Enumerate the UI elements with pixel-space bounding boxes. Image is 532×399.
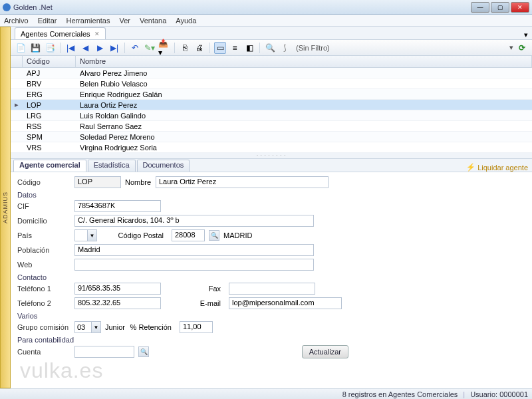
view-form-icon[interactable]: ▭ [214, 42, 226, 54]
save-all-icon[interactable]: 📑 [44, 42, 56, 54]
cell-codigo: SPM [23, 133, 76, 141]
view-list-icon[interactable]: ≡ [229, 42, 241, 54]
lightning-icon: ⚡ [466, 163, 475, 172]
cell-nombre: Belen Rubio Velasco [76, 80, 532, 88]
pais-combo[interactable]: ▼ [74, 229, 97, 241]
grupo-combo[interactable]: 03▼ [74, 321, 101, 333]
tab-documentos[interactable]: Documentos [137, 160, 190, 172]
cell-nombre: Luis Roldan Galindo [76, 112, 532, 120]
cell-codigo: VRS [23, 144, 76, 152]
tel2-field[interactable]: 805.32.32.65 [74, 297, 161, 309]
tel1-field[interactable]: 91/658.35.35 [74, 283, 161, 295]
new-icon[interactable]: 📄 [15, 42, 27, 54]
filter-icon[interactable]: ⟆ [279, 42, 291, 54]
doc-tab-agentes[interactable]: Agentes Comerciales ✕ [15, 27, 106, 39]
cp-field[interactable]: 28008 [172, 229, 205, 241]
grid-body: APJAlvaro Perez JimenoBRVBelen Rubio Vel… [11, 68, 532, 153]
close-tab-icon[interactable]: ✕ [94, 31, 100, 37]
agente-form: Código LOP Nombre Laura Ortiz Perez Dato… [11, 172, 532, 388]
liquidar-agente-link[interactable]: ⚡ Liquidar agente [466, 163, 528, 172]
cp-lookup-icon[interactable]: 🔍 [209, 230, 219, 241]
actualizar-button[interactable]: Actualizar [302, 345, 348, 358]
filter-label[interactable]: (Sin Filtro) [296, 44, 330, 52]
table-row[interactable]: BRVBelen Rubio Velasco [11, 78, 532, 89]
cell-nombre: Alvaro Perez Jimeno [76, 69, 532, 77]
cell-codigo: BRV [23, 80, 76, 88]
tab-agente-comercial[interactable]: Agente comercial [13, 160, 86, 172]
grid-header-codigo[interactable]: Código [23, 56, 76, 67]
brush-icon[interactable]: ✎▾ [144, 42, 156, 54]
label-cif: CIF [17, 202, 70, 210]
maximize-button[interactable]: ▢ [491, 2, 509, 13]
menu-ayuda[interactable]: Ayuda [176, 17, 196, 25]
email-field[interactable]: lop@mipersonalmail.com [229, 297, 342, 309]
table-row[interactable]: APJAlvaro Perez Jimeno [11, 68, 532, 78]
cell-codigo: LRG [23, 112, 76, 120]
tab-overflow-icon[interactable]: ▾ [520, 31, 532, 39]
search-icon[interactable]: 🔍 [264, 42, 276, 54]
undo-icon[interactable]: ↶ [129, 42, 141, 54]
filter-dropdown-icon[interactable]: ▾ [509, 43, 513, 52]
table-row[interactable]: RSSRaul Serrano Saez [11, 121, 532, 132]
splitter[interactable]: · · · · · · · · [11, 153, 532, 158]
domicilio-field[interactable]: C/. General Ricardos, 104. 3º b [74, 215, 314, 227]
fax-field[interactable] [229, 283, 315, 295]
retencion-field[interactable]: 11,00 [180, 321, 213, 333]
cell-codigo: LOP [23, 101, 76, 109]
group-contacto: Contacto [17, 273, 525, 281]
cell-codigo: RSS [23, 122, 76, 130]
menu-editar[interactable]: Editar [38, 17, 57, 25]
codigo-field: LOP [74, 176, 121, 188]
row-marker: ▸ [11, 100, 23, 109]
grid-header-marker[interactable] [11, 56, 23, 67]
prev-icon[interactable]: ◀ [79, 42, 91, 54]
menu-archivo[interactable]: Archivo [4, 17, 29, 25]
cell-nombre: Enrique Rodriguez Galán [76, 90, 532, 98]
minimize-button[interactable]: — [471, 2, 489, 13]
table-row[interactable]: SPMSoledad Perez Moreno [11, 132, 532, 142]
refresh-icon[interactable]: ⟳ [516, 42, 528, 54]
cell-nombre: Laura Ortiz Perez [76, 101, 532, 109]
poblacion-field[interactable]: Madrid [74, 244, 314, 256]
table-row[interactable]: LRGLuis Roldan Galindo [11, 110, 532, 121]
chevron-down-icon: ▼ [87, 230, 96, 241]
menu-ver[interactable]: Ver [119, 17, 130, 25]
cp-ciudad-label: MADRID [223, 231, 252, 239]
cell-nombre: Virgina Rodriguez Soria [76, 144, 532, 152]
grid-header: Código Nombre [11, 56, 532, 68]
nombre-field[interactable]: Laura Ortiz Perez [156, 176, 329, 188]
label-email: E-mail [165, 299, 225, 307]
next-icon[interactable]: ▶ [94, 42, 106, 54]
cif-field[interactable]: 78543687K [74, 200, 161, 212]
web-field[interactable] [74, 259, 314, 271]
group-paracont: Para contabilidad [17, 336, 525, 344]
menu-bar: Archivo Editar Herramientas Ver Ventana … [0, 15, 532, 27]
status-bar: 8 registros en Agentes Comerciales | Usu… [0, 388, 532, 399]
last-icon[interactable]: ▶| [108, 42, 120, 54]
label-tel2: Teléfono 2 [17, 299, 70, 307]
cell-codigo: ERG [23, 90, 76, 98]
cell-nombre: Soledad Perez Moreno [76, 133, 532, 141]
view-split-icon[interactable]: ◧ [243, 42, 255, 54]
doc-tab-label: Agentes Comerciales [21, 30, 90, 38]
table-row[interactable]: ▸LOPLaura Ortiz Perez [11, 100, 532, 110]
save-icon[interactable]: 💾 [29, 42, 41, 54]
side-panel-tab[interactable]: ADAMIUS [0, 27, 11, 388]
table-row[interactable]: VRSVirgina Rodriguez Soria [11, 142, 532, 153]
app-title: Golden .Net [13, 3, 471, 11]
first-icon[interactable]: |◀ [65, 42, 76, 54]
detail-tabs: Agente comercial Estadística Documentos … [11, 159, 532, 172]
group-varios: Varios [17, 312, 525, 320]
cuenta-field[interactable] [74, 346, 134, 358]
cuenta-lookup-icon[interactable]: 🔍 [138, 346, 149, 357]
menu-herramientas[interactable]: Herramientas [66, 17, 110, 25]
menu-ventana[interactable]: Ventana [140, 17, 166, 25]
grid-header-nombre[interactable]: Nombre [76, 56, 532, 67]
close-button[interactable]: ✕ [511, 2, 529, 13]
copy-icon[interactable]: ⎘ [179, 42, 191, 54]
print-icon[interactable]: 🖨 [194, 42, 205, 54]
table-row[interactable]: ERGEnrique Rodriguez Galán [11, 89, 532, 100]
export-icon[interactable]: 📤▾ [158, 42, 170, 54]
tab-estadistica[interactable]: Estadística [88, 160, 136, 172]
label-codigo: Código [17, 178, 70, 186]
